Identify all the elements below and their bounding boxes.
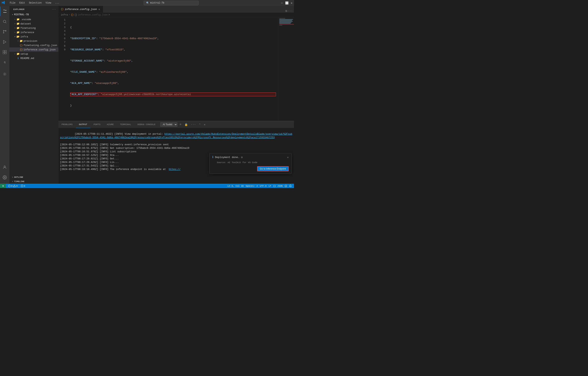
tab-inference-config[interactable]: {} inference.config.json ✕ [58,6,103,12]
minimap-l7 [279,24,294,25]
setup-label: setup [20,52,28,55]
tree-root-item[interactable]: ▾ MISTRAL-7B [10,12,58,17]
panel-collapse-icon[interactable]: ⌃ [198,122,201,127]
menu-edit[interactable]: Edit [18,1,27,5]
activity-bar-explorer[interactable] [0,7,10,16]
breadcrumb-more[interactable]: > [108,13,110,16]
notification-source: Source: AI Toolkit for VS Code [217,161,289,164]
panel-controls: AI Toolkit ≡ 🔒 ··· ⌃ ✕ [159,122,208,127]
line-num-2: 2 [58,22,65,25]
notification-settings-icon[interactable]: ⚙ [241,156,243,159]
svg-rect-7 [3,52,4,54]
status-lang[interactable]: {} JSON [273,184,284,188]
go-to-inference-endpoint-button[interactable]: Go to Inference Endpoint [257,166,289,171]
sidebar-item-dataset[interactable]: › 📁 dataset [10,21,58,26]
output-line-2: [2024-05-17T08:12:06.185Z] [INFO] teleme… [60,143,293,146]
sidebar-item-inference-config[interactable]: › {} inference.config.json [10,47,58,52]
split-editor-icon[interactable]: ⧉ [285,10,287,12]
menu-selection[interactable]: Selection [27,1,43,5]
sidebar-item-readme[interactable]: › ℹ README.md [10,56,58,60]
sidebar-more-button[interactable]: ··· [52,8,56,10]
panel-more-icon[interactable]: ··· [190,122,197,127]
svg-marker-4 [3,40,6,44]
menu-file[interactable]: File [8,1,17,5]
breadcrumb-sep2: inference.config.json [78,13,108,16]
tab-close-button[interactable]: ✕ [98,8,100,11]
panel-tab-terminal[interactable]: TERMINAL [117,121,134,128]
sidebar-item-infra[interactable]: ▾ 📂 infra [10,34,58,39]
panel-close-icon[interactable]: ✕ [203,122,206,127]
menu-more[interactable]: ... [53,1,61,5]
code-line-8: } [70,104,276,107]
window-controls: — ⬜ ✕ [281,1,293,5]
output-line-3: [2024-05-17T08:16:51.975Z] [INFO] Get su… [60,146,293,150]
svg-rect-6 [5,50,6,52]
panel-tab-azure[interactable]: AZURE [104,121,117,128]
status-encoding[interactable]: UTF-8 [259,184,267,188]
sidebar-item-provision[interactable]: › 📁 provision [10,39,58,43]
inference-config-icon: {} [20,48,23,51]
remote-indicator[interactable] [0,184,6,188]
close-icon[interactable]: ✕ [291,1,293,5]
activity-bar-remote[interactable] [0,69,10,79]
provision-arrow: › [16,39,20,42]
sidebar-item-finetuning[interactable]: › 📁 finetuning [10,26,58,30]
status-ln-col[interactable]: Ln 3, Col 39 [227,184,244,188]
status-info[interactable]: 0 [20,184,26,188]
portal-link[interactable]: https://portal.azure.com/#blade/HubsExte… [60,133,292,139]
tree-root-label: MISTRAL-7B [14,13,29,16]
minimap-l6 [279,23,291,24]
panel-lock-icon[interactable]: 🔒 [184,122,189,127]
outline-header[interactable]: › OUTLINE [10,175,58,179]
notification-header: ℹ Deployment done. ⚙ ✕ [212,156,289,159]
timeline-label: TIMELINE [14,180,24,183]
status-remote-icon[interactable] [284,184,288,188]
menu-view[interactable]: View [44,1,53,5]
finetuning-config-label: finetuning.config.json [23,44,57,47]
sidebar-item-finetuning-config[interactable]: › {} finetuning.config.json [10,43,58,47]
status-eol[interactable]: LF [268,184,272,188]
panel-list-icon[interactable]: ≡ [179,122,182,127]
restore-icon[interactable]: ⬜ [285,1,289,5]
readme-icon: ℹ [16,57,20,60]
activity-bar-flask[interactable]: ⚗ [0,58,10,67]
output-source-dropdown[interactable]: AI Toolkit [160,122,177,127]
sidebar-item-vscode[interactable]: › 📁 .vscode [10,17,58,21]
inference-folder-icon: 📁 [16,31,20,34]
minimize-icon[interactable]: — [281,1,283,5]
search-box[interactable]: 🔍 mistral-7b [144,1,199,5]
code-line-4: "STORAGE_ACCOUNT_NAME": "aistoragec5j66"… [70,59,276,63]
timeline-header[interactable]: › TIMELINE [10,179,58,184]
breadcrumb-infra[interactable]: infra [61,13,68,16]
panel-tab-output[interactable]: OUTPUT [76,121,91,128]
output-line-1: [2024-05-17T08:11:11.482Z] [INFO] View d… [60,129,293,143]
panel-tab-problems[interactable]: PROBLEMS [58,121,76,128]
activity-bar-settings[interactable] [0,173,10,182]
inference-config-label: inference.config.json [23,48,56,51]
activity-bar-source-control[interactable] [0,27,10,36]
more-actions-icon[interactable]: ··· [288,10,293,12]
activity-bar-account[interactable] [0,163,10,172]
tab-bar: {} inference.config.json ✕ ⧉ ··· [58,6,294,13]
activity-bar-search[interactable] [0,17,10,26]
panel-tab-debug-console[interactable]: DEBUG CONSOLE [134,121,158,128]
dataset-arrow: › [13,22,16,25]
editor[interactable]: 1 2 3 4 5 6 7 8 9 { "SUBSCRIPTION_ID": "… [58,17,294,121]
line-num-6: 6 [58,37,65,40]
panel-tab-ports[interactable]: PORTS [90,121,104,128]
notification-close-button[interactable]: ✕ [287,156,289,159]
status-errors[interactable]: 0 0 [7,184,18,188]
svg-point-2 [3,32,4,33]
status-spaces[interactable]: Spaces: 2 [245,184,259,188]
activity-bar-run[interactable] [0,37,10,47]
status-bell[interactable] [288,184,293,188]
breadcrumb-file[interactable]: {} [74,13,77,16]
lang-value: {} JSON [273,185,283,187]
sidebar-item-inference[interactable]: › 📁 inference [10,30,58,34]
spaces-value: Spaces: 2 [246,185,258,187]
output-content: [2024-05-17T08:11:11.482Z] [INFO] View d… [58,128,294,184]
sidebar-item-setup[interactable]: › 📁 setup [10,52,58,56]
dataset-label: dataset [20,22,31,25]
activity-bar-extensions[interactable] [0,47,10,57]
endpoint-link[interactable]: https:// [169,168,180,171]
